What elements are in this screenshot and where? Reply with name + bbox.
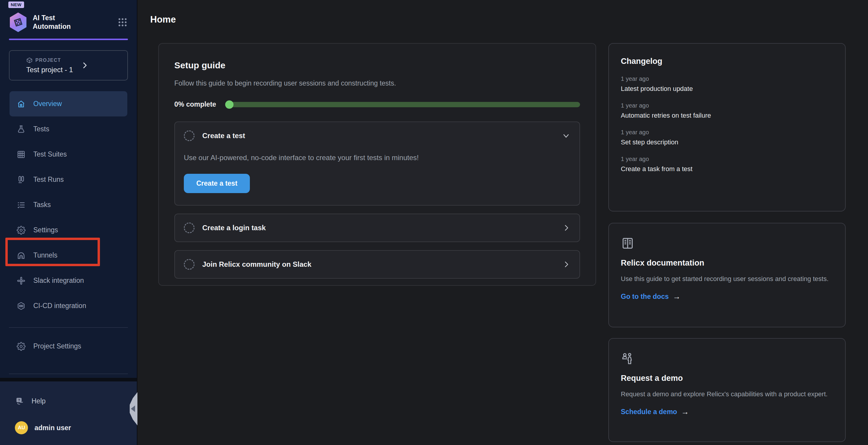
sidebar-item-label: Slack integration [33, 277, 84, 284]
sidebar-item-label: Test Runs [33, 176, 64, 183]
test-runs-icon [17, 175, 26, 184]
collapse-arrow-icon [131, 406, 135, 412]
chevron-right-icon [81, 61, 89, 70]
page-title: Home [150, 14, 176, 25]
step-status-icon [184, 222, 194, 233]
sidebar-item-test-runs[interactable]: Test Runs [9, 167, 127, 192]
documentation-icon [621, 236, 833, 250]
changelog-entry-time: 1 year ago [621, 102, 833, 109]
arrow-right-icon: → [673, 292, 681, 301]
user-menu[interactable]: AU admin user [15, 421, 128, 434]
step-description: Use our AI-powered, no-code interface to… [184, 153, 570, 162]
people-icon [621, 352, 833, 365]
sidebar-item-tests[interactable]: Tests [9, 116, 127, 142]
step-header[interactable]: Create a test [184, 122, 570, 149]
help-label: Help [32, 397, 45, 405]
help-chat-icon: ? [15, 396, 24, 406]
sidebar-item-label: Overview [33, 100, 62, 108]
request-demo-title: Request a demo [621, 374, 833, 383]
request-demo-description: Request a demo and explore Relicx's capa… [621, 389, 833, 400]
avatar: AU [15, 421, 28, 434]
progress-label: 0% complete [174, 100, 216, 108]
sidebar-item-label: Tests [33, 125, 50, 133]
setup-step-join-slack: Join Relicx community on Slack [174, 250, 580, 279]
help-button[interactable]: ? Help [15, 396, 128, 406]
project-name: Test project - 1 [26, 66, 73, 74]
new-badge: NEW [8, 1, 24, 8]
sidebar-item-slack-integration[interactable]: Slack integration [9, 268, 127, 293]
step-title: Join Relicx community on Slack [202, 260, 311, 269]
changelog-entry-time: 1 year ago [621, 156, 833, 163]
chevron-down-icon[interactable] [562, 131, 570, 140]
right-column: Changelog 1 year ago Latest production u… [608, 43, 846, 442]
changelog-card: Changelog 1 year ago Latest production u… [608, 43, 846, 211]
sidebar: NEW ⚄ AI Test Automation PROJECT [0, 0, 137, 445]
app-title: AI Test Automation [33, 14, 83, 31]
sidebar-divider [9, 374, 128, 374]
accent-divider [9, 39, 128, 40]
setup-progress: 0% complete [174, 100, 580, 108]
setup-step-create-a-test: Create a test Use our AI-powered, no-cod… [174, 122, 580, 206]
changelog-title: Changelog [621, 57, 833, 66]
flask-icon [17, 125, 26, 134]
progress-bar [226, 102, 580, 107]
setup-guide-subtitle: Follow this guide to begin recording use… [174, 79, 580, 87]
sidebar-item-label: Test Suites [33, 150, 67, 158]
user-name: admin user [34, 424, 71, 432]
sidebar-item-label: Tasks [33, 201, 51, 209]
changelog-entry-text: Set step description [621, 138, 833, 146]
step-title: Create a login task [202, 224, 266, 232]
app-logo-icon: ⚄ [9, 12, 27, 32]
go-to-docs-link[interactable]: Go to the docs → [621, 292, 833, 301]
changelog-entry-text: Create a task from a test [621, 165, 833, 173]
project-label: PROJECT [35, 58, 61, 63]
step-title: Create a test [202, 132, 245, 140]
step-status-icon [184, 130, 194, 141]
changelog-entry-text: Automatic retries on test failure [621, 112, 833, 119]
step-header[interactable]: Create a login task [184, 214, 570, 241]
setup-guide-card: Setup guide Follow this guide to begin r… [158, 43, 596, 286]
gear-icon [17, 342, 26, 351]
package-icon [26, 57, 33, 64]
sidebar-item-label: Tunnels [33, 251, 57, 259]
schedule-demo-link[interactable]: Schedule a demo → [621, 407, 833, 416]
tunnel-icon [17, 251, 26, 260]
home-icon [17, 100, 26, 108]
apps-grid-icon[interactable] [117, 17, 128, 28]
sidebar-item-overview[interactable]: Overview [9, 91, 127, 116]
task-list-icon [17, 201, 26, 209]
slack-icon [17, 276, 26, 285]
sidebar-item-project-settings[interactable]: Project Settings [9, 334, 127, 359]
changelog-entry-time: 1 year ago [621, 75, 833, 82]
sidebar-item-label: Settings [33, 226, 58, 234]
step-status-icon [184, 259, 194, 270]
progress-dot [225, 100, 234, 109]
chevron-right-icon[interactable] [562, 260, 570, 269]
sidebar-item-settings[interactable]: Settings [9, 217, 127, 243]
project-selector[interactable]: PROJECT Test project - 1 [9, 50, 128, 80]
changelog-entry-time: 1 year ago [621, 129, 833, 136]
setup-step-create-login-task: Create a login task [174, 214, 580, 242]
sidebar-item-cicd-integration[interactable]: CI-CD integration [9, 293, 127, 318]
create-a-test-button[interactable]: Create a test [184, 174, 250, 193]
documentation-description: Use this guide to get started recording … [621, 274, 833, 284]
sidebar-item-tunnels[interactable]: Tunnels [9, 243, 127, 268]
cicd-infinity-icon [17, 302, 26, 310]
step-header[interactable]: Join Relicx community on Slack [184, 251, 570, 278]
sidebar-item-label: Project Settings [33, 342, 81, 350]
sidebar-bottom-panel: ? Help AU admin user [0, 378, 137, 445]
changelog-entry-text: Latest production update [621, 85, 833, 93]
documentation-card: Relicx documentation Use this guide to g… [608, 223, 846, 328]
changelog-entry: 1 year ago Create a task from a test [621, 156, 833, 173]
main-content: Home Setup guide Follow this guide to be… [137, 0, 868, 445]
sidebar-item-test-suites[interactable]: Test Suites [9, 142, 127, 167]
request-demo-card: Request a demo Request a demo and explor… [608, 338, 846, 442]
chevron-right-icon[interactable] [562, 224, 570, 232]
changelog-entry: 1 year ago Latest production update [621, 75, 833, 93]
sidebar-nav: Overview Tests Test Suites [0, 91, 137, 318]
table-grid-icon [17, 150, 26, 159]
gear-icon [17, 226, 26, 235]
sidebar-item-tasks[interactable]: Tasks [9, 192, 127, 217]
changelog-entry: 1 year ago Automatic retries on test fai… [621, 102, 833, 119]
sidebar-item-label: CI-CD integration [33, 302, 86, 310]
